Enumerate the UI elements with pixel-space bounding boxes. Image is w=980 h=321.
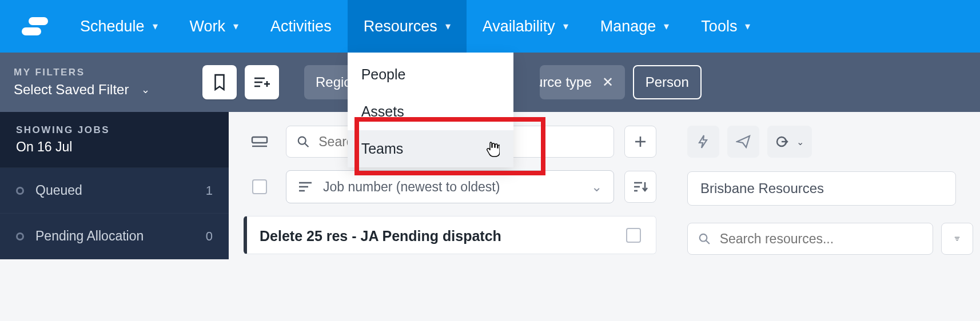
- nav-tools-label: Tools: [701, 18, 737, 35]
- bookmark-button[interactable]: [202, 65, 237, 99]
- nav-availability[interactable]: Availability ▾: [467, 0, 584, 53]
- add-filter-button[interactable]: [245, 65, 279, 99]
- my-filters-section: MY FILTERS Select Saved Filter ⌄: [0, 53, 194, 112]
- resources-filter-button[interactable]: [941, 223, 973, 255]
- sort-icon: [298, 180, 313, 193]
- nav-schedule-label: Schedule: [80, 18, 145, 35]
- filter-chip-resource-type-label: Resource type: [540, 74, 592, 90]
- sidebar-item-queued[interactable]: Queued 1: [0, 168, 229, 214]
- filter-chip-person-label: Person: [646, 74, 689, 90]
- resources-menu-assets-label: Assets: [361, 103, 404, 120]
- chevron-down-icon: ▾: [745, 20, 750, 33]
- chevron-down-icon: ▾: [445, 20, 451, 33]
- chevron-down-icon: ⌄: [591, 179, 602, 195]
- nav-activities[interactable]: Activities: [254, 0, 348, 53]
- sidebar-item-pending-label: Pending Allocation: [35, 228, 144, 244]
- nav-activities-label: Activities: [270, 18, 332, 35]
- status-dot-icon: [16, 232, 24, 240]
- status-dot-icon: [16, 187, 24, 195]
- resources-panel: ⌄ Brisbane Resources: [671, 112, 980, 321]
- resources-group-label: Brisbane Resources: [700, 180, 824, 196]
- nav-resources[interactable]: Resources ▾ People Assets Teams: [348, 0, 467, 53]
- sort-desc-icon: [633, 180, 648, 194]
- resources-group-header[interactable]: Brisbane Resources: [687, 171, 956, 206]
- showing-jobs-label: SHOWING JOBS: [16, 125, 213, 136]
- send-icon: [736, 135, 751, 149]
- svg-line-8: [305, 143, 308, 147]
- sidebar-item-pending[interactable]: Pending Allocation 0: [0, 214, 229, 259]
- sort-dropdown[interactable]: Job number (newest to oldest) ⌄: [286, 170, 614, 203]
- resources-menu-people-label: People: [361, 66, 406, 83]
- filter-controls: Region Resource type ✕ Person: [194, 53, 980, 112]
- sidebar-item-queued-label: Queued: [35, 183, 82, 198]
- bookmark-icon: [212, 74, 227, 91]
- card-view-icon: [251, 135, 268, 149]
- svg-point-20: [700, 234, 707, 242]
- chevron-down-icon: ▾: [233, 20, 238, 33]
- nav-work[interactable]: Work ▾: [174, 0, 255, 53]
- sort-direction-button[interactable]: [624, 171, 656, 203]
- job-card-checkbox[interactable]: [626, 228, 641, 243]
- chevron-down-icon: ▾: [153, 20, 158, 33]
- resources-menu-assets[interactable]: Assets: [348, 93, 513, 130]
- nav-tools[interactable]: Tools ▾: [685, 0, 766, 53]
- sort-label: Job number (newest to oldest): [323, 179, 500, 195]
- filter-chip-resource-type[interactable]: Resource type ✕: [540, 65, 625, 99]
- sidebar-item-pending-count: 0: [206, 229, 213, 244]
- plus-icon: [634, 135, 647, 149]
- top-nav: Schedule ▾ Work ▾ Activities Resources ▾…: [0, 0, 980, 53]
- chevron-down-icon: ⌄: [141, 83, 150, 96]
- nav-manage-label: Manage: [600, 18, 656, 35]
- resources-menu-teams[interactable]: Teams: [348, 130, 513, 167]
- sidebar: SHOWING JOBS On 16 Jul Queued 1 Pending …: [0, 112, 229, 259]
- resources-menu-teams-label: Teams: [361, 141, 404, 157]
- sidebar-item-queued-count: 1: [206, 183, 213, 198]
- showing-jobs-date: On 16 Jul: [16, 139, 213, 155]
- select-all-checkbox[interactable]: [244, 171, 276, 203]
- saved-filter-label: Select Saved Filter: [14, 82, 129, 98]
- showing-jobs-header: SHOWING JOBS On 16 Jul: [0, 112, 229, 168]
- bolt-icon: [697, 134, 710, 149]
- filter-add-icon: [253, 75, 270, 89]
- nav-schedule[interactable]: Schedule ▾: [64, 0, 174, 53]
- resources-menu-people[interactable]: People: [348, 56, 513, 93]
- nav-work-label: Work: [190, 18, 226, 35]
- logo[interactable]: [0, 0, 64, 53]
- my-filters-label: MY FILTERS: [14, 67, 181, 78]
- view-toggle-button[interactable]: [244, 126, 276, 158]
- nav-manage[interactable]: Manage ▾: [584, 0, 686, 53]
- resources-dropdown: People Assets Teams: [348, 53, 513, 167]
- svg-point-7: [298, 137, 306, 145]
- chevron-down-icon: ▾: [563, 20, 568, 33]
- filter-icon: [954, 232, 960, 246]
- nav-availability-label: Availability: [483, 18, 555, 35]
- chevron-down-icon: ⌄: [796, 137, 804, 147]
- cursor-hand-icon: [486, 141, 500, 157]
- send-button[interactable]: [727, 126, 759, 158]
- export-icon: [776, 135, 793, 149]
- checkbox-icon: [252, 179, 267, 194]
- job-card[interactable]: Delete 25 res - JA Pending dispatch: [244, 216, 656, 254]
- add-job-button[interactable]: [624, 126, 656, 158]
- export-button[interactable]: ⌄: [767, 126, 812, 158]
- job-card-title: Delete 25 res - JA Pending dispatch: [260, 228, 501, 244]
- resources-search-field[interactable]: [720, 231, 922, 247]
- svg-line-21: [706, 240, 710, 244]
- nav-resources-label: Resources: [364, 18, 437, 35]
- chevron-down-icon: ▾: [664, 20, 669, 33]
- filter-chip-person[interactable]: Person: [633, 65, 702, 99]
- close-icon[interactable]: ✕: [602, 74, 614, 90]
- saved-filter-dropdown[interactable]: Select Saved Filter ⌄: [14, 82, 181, 98]
- quick-action-button[interactable]: [687, 126, 719, 158]
- search-icon: [297, 135, 309, 149]
- svg-rect-5: [252, 137, 267, 143]
- resources-search-input[interactable]: [687, 223, 933, 255]
- search-icon: [698, 232, 711, 246]
